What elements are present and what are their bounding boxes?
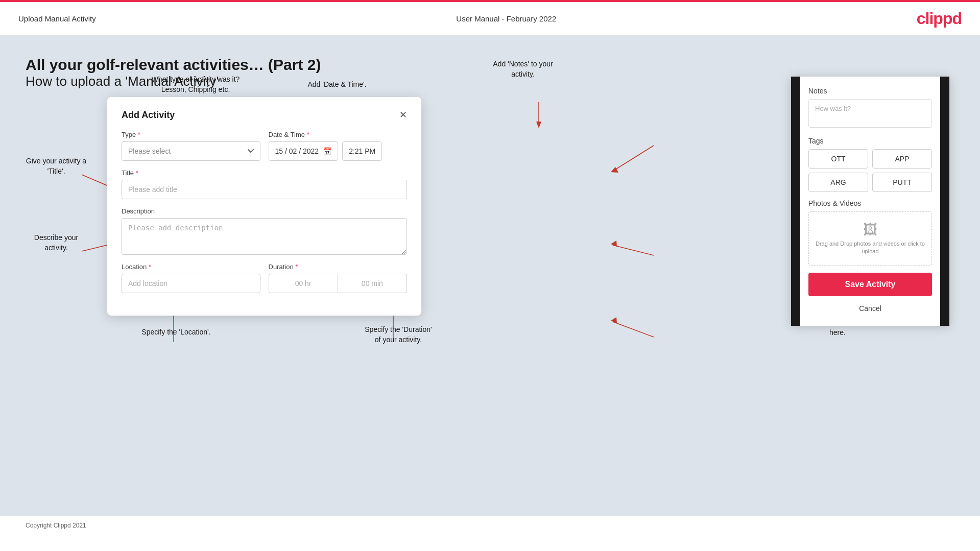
duration-inputs: 00 hr 00 min [269, 274, 408, 293]
logo: clippd [917, 9, 962, 28]
copyright: Copyright Clippd 2021 [26, 522, 86, 529]
date-input[interactable]: 15 / 02 / 2022 📅 [269, 141, 339, 161]
title-group: Title * [122, 169, 407, 199]
type-datetime-row: Type * Please select Date & Time * 15 / … [122, 131, 407, 161]
annotation-title: Give your activity a'Title'. [15, 156, 97, 177]
duration-min[interactable]: 00 min [338, 274, 407, 293]
location-input[interactable] [122, 274, 260, 293]
page-title: Upload Manual Activity [18, 14, 96, 23]
tag-ott[interactable]: OTT [808, 149, 868, 169]
svg-line-18 [613, 322, 654, 337]
main-content: All your golf-relevant activities… (Part… [0, 36, 980, 516]
upload-text: Drag and Drop photos and videos or click… [814, 240, 926, 256]
close-button[interactable]: ✕ [399, 109, 407, 121]
tag-arg[interactable]: ARG [808, 173, 868, 192]
annotation-date-time: Add 'Date & Time'. [286, 79, 388, 89]
description-group: Description [122, 207, 407, 255]
duration-hr[interactable]: 00 hr [269, 274, 338, 293]
description-input[interactable] [122, 218, 407, 255]
svg-line-16 [613, 245, 654, 255]
duration-group: Duration * 00 hr 00 min [269, 263, 408, 293]
date-time-group: 15 / 02 / 2022 📅 2:21 PM [269, 141, 408, 161]
photos-label: Photos & Videos [808, 199, 932, 207]
tags-grid: OTT APP ARG PUTT [808, 149, 932, 192]
title-input[interactable] [122, 180, 407, 199]
cancel-button[interactable]: Cancel [808, 301, 932, 316]
type-label: Type * [122, 131, 260, 138]
annotation-activity-type: What type of activity was it?Lesson, Chi… [137, 74, 254, 95]
location-duration-row: Location * Duration * 00 hr 00 min [122, 263, 407, 293]
modal-title: Add Activity [122, 110, 175, 121]
svg-line-14 [613, 146, 654, 171]
svg-marker-13 [536, 122, 541, 128]
datetime-label: Date & Time * [269, 131, 408, 138]
annotation-location: Specify the 'Location'. [125, 327, 227, 337]
footer: Copyright Clippd 2021 [0, 516, 980, 535]
annotation-describe: Describe youractivity. [15, 232, 97, 253]
manual-title: User Manual - February 2022 [456, 14, 556, 23]
svg-marker-19 [611, 317, 617, 323]
calendar-icon: 📅 [323, 147, 331, 155]
phone-panel: Notes Tags OTT APP ARG PUTT Photos & Vid… [791, 77, 949, 326]
phone-left-bar [791, 77, 800, 326]
type-group: Type * Please select [122, 131, 260, 161]
header: Upload Manual Activity User Manual - Feb… [0, 2, 980, 36]
svg-marker-15 [611, 167, 618, 173]
description-label: Description [122, 207, 407, 215]
tag-putt[interactable]: PUTT [872, 173, 932, 192]
title-label: Title * [122, 169, 407, 177]
photos-upload-area[interactable]: 🖼 Drag and Drop photos and videos or cli… [808, 211, 932, 266]
modal-header: Add Activity ✕ [122, 109, 407, 121]
notes-label: Notes [808, 87, 932, 95]
datetime-group: Date & Time * 15 / 02 / 2022 📅 2:21 PM [269, 131, 408, 161]
add-activity-modal: Add Activity ✕ Type * Please select Date… [107, 97, 421, 316]
location-label: Location * [122, 263, 260, 271]
time-input[interactable]: 2:21 PM [342, 141, 382, 161]
duration-label: Duration * [269, 263, 408, 271]
save-activity-button[interactable]: Save Activity [808, 273, 932, 296]
phone-right-bar [940, 77, 949, 326]
annotation-duration: Specify the 'Duration'of your activity. [337, 324, 460, 345]
tags-label: Tags [808, 137, 932, 145]
annotation-notes: Add 'Notes' to youractivity. [474, 59, 571, 80]
upload-icon: 🖼 [814, 221, 926, 238]
type-select[interactable]: Please select [122, 141, 260, 161]
svg-marker-17 [611, 241, 617, 247]
notes-input[interactable] [808, 99, 932, 128]
tag-app[interactable]: APP [872, 149, 932, 169]
location-group: Location * [122, 263, 260, 293]
